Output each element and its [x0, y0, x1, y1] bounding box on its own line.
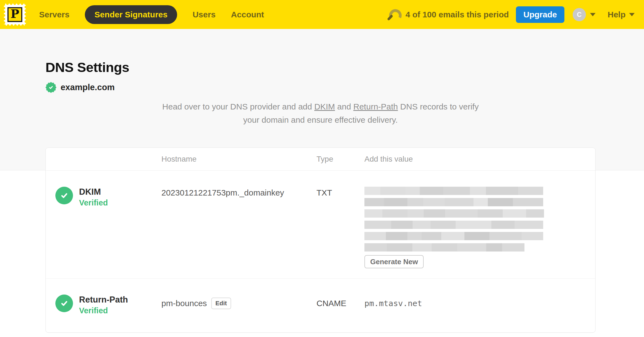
- edit-button[interactable]: Edit: [211, 298, 231, 309]
- nav-item-sender-signatures[interactable]: Sender Signatures: [85, 5, 177, 24]
- dkim-status-cell: DKIM Verified: [55, 187, 161, 268]
- redacted-value-bar: [364, 243, 524, 252]
- chevron-down-icon: [629, 13, 635, 16]
- navbar-right: 4 of 100 emails this period Upgrade C He…: [387, 6, 635, 23]
- redacted-dns-value: [364, 187, 586, 252]
- table-row-return-path: Return-Path Verified pm-bounces Edit CNA…: [46, 279, 595, 332]
- record-name: Return-Path: [79, 295, 128, 305]
- usage-counter: 4 of 100 emails this period: [405, 10, 509, 19]
- gauge-icon: [387, 9, 402, 21]
- redacted-value-bar: [364, 198, 543, 206]
- domain-row: example.com: [45, 82, 596, 93]
- return-path-status-cell: Return-Path Verified: [55, 295, 161, 315]
- return-path-value: pm.mtasv.net: [364, 299, 422, 308]
- description-text: Head over to your DNS provider and add: [162, 102, 314, 111]
- dkim-link[interactable]: DKIM: [314, 102, 335, 111]
- redacted-value-bar: [364, 232, 543, 240]
- status-badge: Verified: [79, 198, 108, 207]
- check-circle-icon: [55, 187, 73, 204]
- stamp-perforation: [4, 4, 26, 26]
- status-badge: Verified: [79, 306, 128, 315]
- page-description: Head over to your DNS provider and add D…: [45, 100, 596, 127]
- upgrade-button[interactable]: Upgrade: [516, 6, 564, 23]
- account-menu[interactable]: C: [573, 8, 596, 21]
- column-header-hostname: Hostname: [161, 155, 316, 164]
- nav-item-account[interactable]: Account: [231, 10, 264, 19]
- nav-item-users[interactable]: Users: [193, 10, 215, 19]
- return-path-link[interactable]: Return-Path: [353, 102, 398, 111]
- page-title: DNS Settings: [45, 29, 596, 75]
- column-header-type: Type: [316, 155, 364, 164]
- redacted-value-bar: [364, 209, 544, 218]
- column-header-value: Add this value: [364, 155, 586, 164]
- help-label: Help: [608, 10, 626, 19]
- description-text: and: [335, 102, 353, 111]
- dkim-record-type: TXT: [316, 188, 332, 197]
- return-path-record-type: CNAME: [316, 299, 346, 308]
- redacted-value-bar: [364, 187, 543, 195]
- domain-name: example.com: [61, 82, 115, 92]
- redacted-value-bar: [364, 221, 543, 229]
- check-circle-icon: [55, 295, 73, 312]
- chevron-down-icon: [590, 13, 596, 16]
- return-path-hostname: pm-bounces: [161, 299, 207, 308]
- postmark-logo[interactable]: P: [4, 4, 26, 26]
- table-row-dkim: DKIM Verified 20230121221753pm._domainke…: [46, 171, 595, 279]
- record-name: DKIM: [79, 187, 108, 197]
- verified-seal-icon: [45, 82, 56, 93]
- nav-item-servers[interactable]: Servers: [39, 10, 69, 19]
- generate-new-button[interactable]: Generate New: [364, 255, 424, 268]
- table-header-row: Hostname Type Add this value: [46, 148, 595, 171]
- main-nav: Servers Sender Signatures Users Account: [39, 5, 264, 24]
- top-navbar: P Servers Sender Signatures Users Accoun…: [0, 0, 644, 29]
- help-menu[interactable]: Help: [608, 10, 635, 19]
- avatar[interactable]: C: [573, 8, 586, 21]
- dkim-hostname: 20230121221753pm._domainkey: [161, 188, 284, 197]
- dns-records-card: Hostname Type Add this value DKIM Verifi…: [45, 148, 596, 333]
- main-content: DNS Settings example.com Head over to yo…: [45, 29, 596, 333]
